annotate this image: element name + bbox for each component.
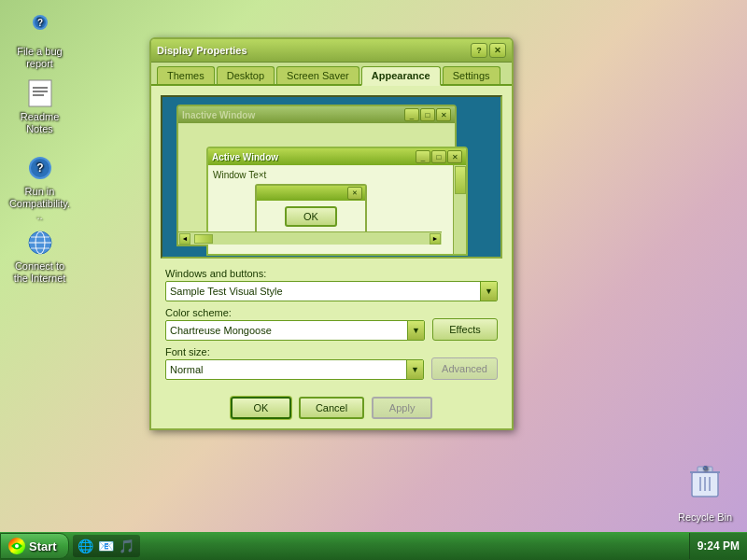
taskbar-browser-icon[interactable]: 🌐 <box>77 537 95 555</box>
tabs-bar: Themes Desktop Screen Saver Appearance S… <box>151 63 512 86</box>
dialog-buttons: OK Cancel Apply <box>151 389 512 428</box>
font-size-select[interactable]: Normal Large Fonts Extra Large Fonts <box>165 359 424 380</box>
apply-button[interactable]: Apply <box>372 397 432 419</box>
help-button[interactable]: ? <box>471 43 487 58</box>
titlebar-buttons: ? ✕ <box>471 43 506 58</box>
svg-text:?: ? <box>36 161 43 175</box>
taskbar-media-icon[interactable]: 🎵 <box>118 537 136 555</box>
color-effects-row: Color scheme: Chartreuse Mongoose Defaul… <box>165 307 498 341</box>
file-bug-icon: ? <box>25 13 55 43</box>
font-size-select-wrapper: Normal Large Fonts Extra Large Fonts ▼ <box>165 359 424 380</box>
inactive-mini-btns: _ □ ✕ <box>404 108 451 121</box>
recycle-bin-icon: ♻ <box>684 459 726 509</box>
tab-screensaver[interactable]: Screen Saver <box>276 66 359 84</box>
taskbar-quick-launch: 🌐 📧 🎵 <box>73 535 140 557</box>
recycle-bin[interactable]: ♻ Recycle Bin <box>672 459 738 523</box>
inactive-max-btn[interactable]: □ <box>420 108 435 121</box>
tab-themes[interactable]: Themes <box>157 66 215 84</box>
svg-rect-3 <box>29 80 51 106</box>
preview-ok-button[interactable]: OK <box>285 206 337 227</box>
bottom-scroll[interactable]: ◄ ► <box>178 231 442 245</box>
run-compat-label: Run in Compatibility... <box>8 186 71 223</box>
connect-icon <box>25 228 55 258</box>
active-titlebar: Active Window _ □ ✕ <box>208 148 466 165</box>
active-window-title: Active Window <box>212 152 278 162</box>
inactive-window: Inactive Window _ □ ✕ Active Window <box>176 105 457 246</box>
readme-icon <box>25 78 55 108</box>
tab-desktop[interactable]: Desktop <box>217 66 275 84</box>
file-bug-label: File a bug report <box>8 46 71 70</box>
msg-body: OK <box>257 201 365 232</box>
recycle-bin-label: Recycle Bin <box>678 511 732 523</box>
dialog-content: Inactive Window _ □ ✕ Active Window <box>151 86 512 389</box>
active-max-btn[interactable]: □ <box>431 150 446 163</box>
color-scheme-select[interactable]: Chartreuse Mongoose Default (blue) Olive… <box>165 320 425 341</box>
taskbar: Start 🌐 📧 🎵 9:24 PM <box>0 532 747 560</box>
dialog-titlebar: Display Properties ? ✕ <box>151 39 512 63</box>
taskbar-mail-icon[interactable]: 📧 <box>97 537 116 555</box>
inactive-body: Active Window _ □ ✕ Window Te×t <box>178 123 455 245</box>
start-label: Start <box>29 539 57 553</box>
inactive-close-btn[interactable]: ✕ <box>436 108 451 121</box>
scroll-horiz-thumb[interactable] <box>194 234 213 244</box>
inactive-window-title: Inactive Window <box>182 110 255 120</box>
form-section: Windows and buttons: Sample Test Visual … <box>161 268 502 380</box>
ok-button[interactable]: OK <box>231 397 291 419</box>
start-button[interactable]: Start <box>0 533 69 559</box>
active-mini-btns: _ □ ✕ <box>416 150 462 163</box>
window-text: Window Te×t <box>213 170 461 180</box>
color-scheme-label: Color scheme: <box>165 307 425 318</box>
windows-buttons-select[interactable]: Sample Test Visual Style Windows XP Styl… <box>165 281 498 301</box>
msg-titlebar: ✕ <box>257 186 365 201</box>
run-compat-icon: ? <box>25 153 55 183</box>
dialog-container: Display Properties ? ✕ Themes Desktop Sc… <box>149 37 514 430</box>
color-scheme-row: Color scheme: Chartreuse Mongoose Defaul… <box>165 307 425 341</box>
fontsize-advanced-row: Font size: Normal Large Fonts Extra Larg… <box>165 346 498 380</box>
scroll-thumb[interactable] <box>455 166 466 194</box>
svg-text:?: ? <box>36 18 42 28</box>
active-min-btn[interactable]: _ <box>416 150 430 163</box>
windows-buttons-row: Windows and buttons: Sample Test Visual … <box>165 268 498 301</box>
desktop-icon-connect[interactable]: Connect to the Internet <box>5 224 75 288</box>
start-icon <box>8 538 25 554</box>
taskbar-tray: 9:24 PM <box>689 533 747 559</box>
effects-button[interactable]: Effects <box>432 318 498 341</box>
font-size-label: Font size: <box>165 346 424 357</box>
scroll-left-arrow[interactable]: ◄ <box>179 233 190 245</box>
windows-buttons-label: Windows and buttons: <box>165 268 498 279</box>
color-scheme-select-wrapper: Chartreuse Mongoose Default (blue) Olive… <box>165 320 425 341</box>
message-box: ✕ OK <box>255 184 367 234</box>
svg-text:♻: ♻ <box>702 465 708 471</box>
active-close-btn[interactable]: ✕ <box>447 150 462 163</box>
font-size-row: Font size: Normal Large Fonts Extra Larg… <box>165 346 424 380</box>
close-button[interactable]: ✕ <box>489 43 506 58</box>
svg-point-23 <box>15 544 19 548</box>
msg-close-btn[interactable]: ✕ <box>347 187 362 200</box>
cancel-button[interactable]: Cancel <box>299 397 364 419</box>
scroll-track[interactable] <box>453 165 466 254</box>
tab-settings[interactable]: Settings <box>443 66 500 84</box>
scroll-right-arrow[interactable]: ► <box>430 233 441 245</box>
tab-appearance[interactable]: Appearance <box>361 66 441 86</box>
display-properties-dialog: Display Properties ? ✕ Themes Desktop Sc… <box>149 37 514 430</box>
inactive-titlebar: Inactive Window _ □ ✕ <box>178 106 455 123</box>
readme-label: Readme Notes <box>8 111 71 135</box>
clock: 9:24 PM <box>698 539 740 553</box>
dialog-title: Display Properties <box>157 45 247 56</box>
desktop-icon-readme[interactable]: Readme Notes <box>5 75 75 139</box>
connect-label: Connect to the Internet <box>8 260 71 285</box>
preview-area: Inactive Window _ □ ✕ Active Window <box>161 95 502 259</box>
desktop-icon-file-bug[interactable]: ? File a bug report <box>5 9 75 74</box>
inactive-min-btn[interactable]: _ <box>404 108 419 121</box>
advanced-button[interactable]: Advanced <box>431 357 498 380</box>
windows-buttons-select-wrapper: Sample Test Visual Style Windows XP Styl… <box>165 281 498 301</box>
desktop-icon-run-compat[interactable]: ? Run in Compatibility... <box>5 149 75 227</box>
